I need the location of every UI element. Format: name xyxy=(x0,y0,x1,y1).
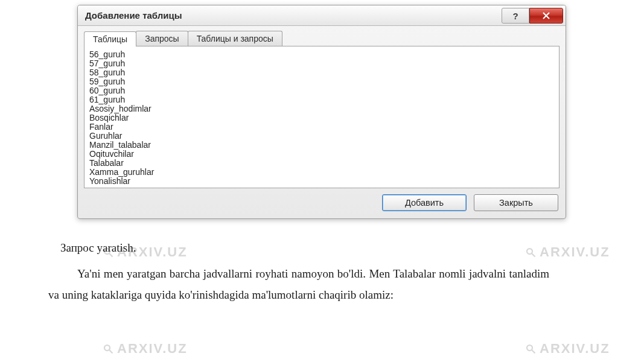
svg-line-13 xyxy=(109,350,112,353)
list-item[interactable]: Bosqichlar xyxy=(89,113,554,122)
help-button[interactable]: ? xyxy=(502,8,529,24)
list-item[interactable]: Guruhlar xyxy=(89,132,554,141)
doc-paragraph: Ya'ni men yaratgan barcha jadvallarni ro… xyxy=(48,263,549,305)
svg-point-12 xyxy=(104,345,110,351)
add-button[interactable]: Добавить xyxy=(382,194,467,211)
svg-line-15 xyxy=(532,350,535,353)
titlebar-controls: ? xyxy=(502,5,566,25)
watermark: ARXIV.UZ xyxy=(103,341,188,357)
list-item[interactable]: Manzil_talabalar xyxy=(89,141,554,150)
list-item[interactable]: 57_guruh xyxy=(89,59,554,68)
dialog-title: Добавление таблицы xyxy=(85,10,182,21)
list-item[interactable]: Talabalar xyxy=(89,159,554,168)
table-listbox[interactable]: 56_guruh57_guruh58_guruh59_guruh60_guruh… xyxy=(86,48,558,186)
list-item[interactable]: Fanlar xyxy=(89,122,554,132)
tab-tables[interactable]: Таблицы xyxy=(84,31,136,46)
list-item[interactable]: 59_guruh xyxy=(89,77,554,86)
document-text: Запрос yaratish. Ya'ni men yaratgan barc… xyxy=(48,241,549,305)
close-button[interactable]: Закрыть xyxy=(474,194,558,211)
table-listbox-container: 56_guruh57_guruh58_guruh59_guruh60_guruh… xyxy=(84,46,560,188)
tab-queries[interactable]: Запросы xyxy=(136,31,188,46)
tab-strip: Таблицы Запросы Таблицы и запросы xyxy=(84,31,560,46)
add-table-dialog: Добавление таблицы ? Таблицы Запросы Таб… xyxy=(77,5,566,219)
list-item[interactable]: 58_guruh xyxy=(89,68,554,77)
svg-point-14 xyxy=(527,345,532,351)
list-item[interactable]: Oqituvchilar xyxy=(89,150,554,159)
help-icon: ? xyxy=(512,11,518,21)
list-item[interactable]: Xamma_guruhlar xyxy=(89,168,554,177)
list-item[interactable]: 60_guruh xyxy=(89,86,554,95)
close-icon xyxy=(542,11,550,20)
list-item[interactable]: Asosiy_hodimlar xyxy=(89,104,554,113)
tab-area: Таблицы Запросы Таблицы и запросы 56_gur… xyxy=(78,26,566,188)
list-item[interactable]: 61_guruh xyxy=(89,95,554,104)
list-item[interactable]: 56_guruh xyxy=(89,50,554,59)
doc-line-1: Запрос yaratish. xyxy=(48,241,549,255)
dialog-titlebar[interactable]: Добавление таблицы ? xyxy=(78,5,566,26)
list-item[interactable]: Yonalishlar xyxy=(89,177,554,186)
tab-tables-and-queries[interactable]: Таблицы и запросы xyxy=(188,31,282,46)
watermark: ARXIV.UZ xyxy=(525,341,610,357)
dialog-button-row: Добавить Закрыть xyxy=(78,188,566,218)
close-window-button[interactable] xyxy=(529,8,563,24)
